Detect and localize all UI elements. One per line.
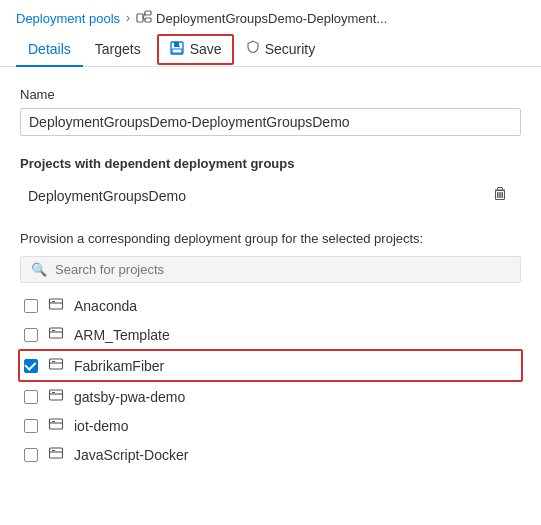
project-item-name: iot-demo — [74, 418, 128, 434]
project-item-name: JavaScript-Docker — [74, 447, 188, 463]
svg-rect-16 — [50, 328, 63, 338]
search-icon: 🔍 — [31, 262, 47, 277]
save-icon — [169, 40, 185, 59]
project-item-name: FabrikamFiber — [74, 358, 164, 374]
search-bar[interactable]: 🔍 — [20, 256, 521, 283]
svg-rect-0 — [137, 14, 143, 22]
svg-rect-7 — [172, 49, 182, 53]
project-icon — [48, 325, 64, 344]
provision-section: Provision a corresponding deployment gro… — [20, 231, 521, 469]
svg-rect-22 — [50, 419, 63, 429]
save-button[interactable]: Save — [157, 34, 234, 65]
svg-rect-21 — [52, 392, 55, 393]
breadcrumb-current: DeploymentGroupsDemo-Deployment... — [156, 11, 387, 26]
dependent-project-name: DeploymentGroupsDemo — [28, 188, 186, 204]
svg-rect-2 — [145, 18, 151, 22]
provision-label: Provision a corresponding deployment gro… — [20, 231, 521, 246]
svg-rect-14 — [50, 299, 63, 309]
project-icon — [48, 416, 64, 435]
shield-icon — [246, 40, 260, 57]
svg-rect-8 — [179, 42, 180, 46]
svg-rect-15 — [52, 301, 55, 302]
project-checkbox[interactable] — [24, 299, 38, 313]
trash-icon — [491, 185, 509, 203]
name-input[interactable] — [20, 108, 521, 136]
svg-rect-23 — [52, 421, 55, 422]
project-icon — [48, 296, 64, 315]
svg-rect-24 — [50, 448, 63, 458]
name-field-group: Name — [20, 87, 521, 136]
tab-targets[interactable]: Targets — [83, 33, 153, 67]
breadcrumb-separator: › — [126, 11, 130, 25]
project-icon — [48, 445, 64, 464]
breadcrumb: Deployment pools › DeploymentGroupsDemo-… — [0, 0, 541, 32]
tab-details[interactable]: Details — [16, 33, 83, 67]
list-item[interactable]: Anaconda — [20, 291, 521, 320]
dependent-project-row: DeploymentGroupsDemo — [20, 179, 521, 213]
svg-rect-25 — [52, 450, 55, 451]
svg-rect-1 — [145, 11, 151, 15]
project-item-name: Anaconda — [74, 298, 137, 314]
project-checkbox[interactable] — [24, 328, 38, 342]
svg-rect-11 — [499, 192, 501, 198]
deployment-groups-icon — [136, 10, 152, 26]
svg-rect-20 — [50, 390, 63, 400]
dependent-projects-title: Projects with dependent deployment group… — [20, 156, 521, 171]
project-checkbox[interactable] — [24, 448, 38, 462]
search-input[interactable] — [55, 262, 510, 277]
svg-rect-19 — [52, 361, 55, 362]
project-icon — [48, 356, 64, 375]
dependent-projects-section: Projects with dependent deployment group… — [20, 156, 521, 213]
project-list: Anaconda ARM_Template FabrikamFiber gats… — [20, 291, 521, 469]
list-item[interactable]: JavaScript-Docker — [20, 440, 521, 469]
project-checkbox[interactable] — [24, 419, 38, 433]
project-icon — [48, 387, 64, 406]
name-label: Name — [20, 87, 521, 102]
project-item-name: ARM_Template — [74, 327, 170, 343]
list-item[interactable]: ARM_Template — [20, 320, 521, 349]
svg-rect-10 — [502, 192, 504, 198]
main-content: Name Projects with dependent deployment … — [0, 67, 541, 485]
tabs-row: Details Targets Save Security — [0, 32, 541, 67]
save-label: Save — [190, 41, 222, 57]
svg-rect-9 — [497, 192, 499, 198]
project-item-name: gatsby-pwa-demo — [74, 389, 185, 405]
project-checkbox[interactable] — [24, 359, 38, 373]
project-checkbox[interactable] — [24, 390, 38, 404]
svg-rect-18 — [50, 359, 63, 369]
svg-rect-17 — [52, 330, 55, 331]
list-item[interactable]: iot-demo — [20, 411, 521, 440]
tab-security[interactable]: Security — [234, 32, 328, 67]
security-label: Security — [265, 41, 316, 57]
list-item[interactable]: FabrikamFiber — [18, 349, 523, 382]
list-item[interactable]: gatsby-pwa-demo — [20, 382, 521, 411]
breadcrumb-link[interactable]: Deployment pools — [16, 11, 120, 26]
delete-project-button[interactable] — [487, 183, 513, 209]
